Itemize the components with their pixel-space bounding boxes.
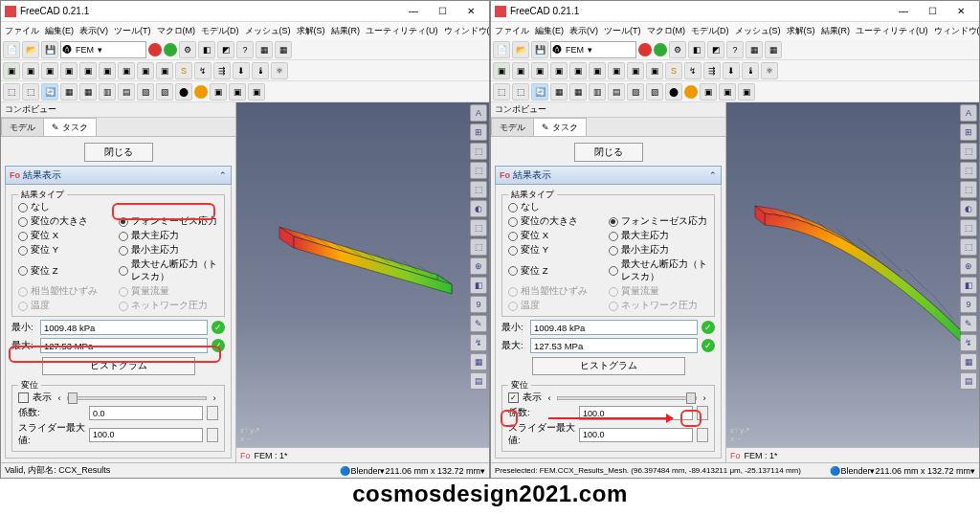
fem-icon[interactable]: ▣ bbox=[41, 62, 58, 79]
nav-icon[interactable]: 9 bbox=[470, 296, 487, 313]
workbench-selector[interactable]: 🅐 FEM ▾ bbox=[60, 41, 146, 58]
show-checkbox[interactable] bbox=[18, 392, 29, 403]
radio-disp-z[interactable] bbox=[18, 266, 28, 276]
close-task-button[interactable]: 閉じる bbox=[574, 143, 643, 162]
record-icon[interactable] bbox=[148, 43, 162, 56]
fem-icon[interactable]: 🌡 bbox=[252, 62, 269, 79]
view-icon[interactable]: ▣ bbox=[210, 83, 227, 101]
new-icon[interactable]: 📄 bbox=[3, 41, 20, 58]
maximize-button[interactable]: ☐ bbox=[918, 3, 947, 20]
fem-icon[interactable]: ▣ bbox=[79, 62, 97, 79]
play-icon[interactable] bbox=[164, 43, 177, 56]
fem-icon[interactable]: ▣ bbox=[137, 62, 154, 79]
tool-icon[interactable]: ? bbox=[236, 41, 254, 58]
view-icon[interactable]: ⬚ bbox=[3, 83, 20, 101]
tool-icon[interactable]: ▦ bbox=[275, 41, 292, 58]
menu-model[interactable]: モデル(D) bbox=[199, 25, 241, 37]
radio-shear[interactable] bbox=[119, 266, 128, 276]
fem-icon[interactable]: ▣ bbox=[118, 62, 135, 79]
histogram-button[interactable]: ヒストグラム bbox=[42, 357, 195, 375]
fem-icon[interactable]: ▣ bbox=[60, 62, 78, 79]
radio-disp-x[interactable] bbox=[18, 232, 28, 241]
menu-util[interactable]: ユーティリティ(U) bbox=[364, 25, 440, 37]
menu-result[interactable]: 結果(R) bbox=[329, 25, 363, 37]
tool-icon[interactable]: ⚙ bbox=[179, 41, 196, 58]
menu-edit[interactable]: 編集(E) bbox=[43, 25, 76, 37]
fem-icon[interactable]: ⇶ bbox=[213, 62, 231, 79]
view-icon[interactable]: 🔄 bbox=[41, 83, 58, 101]
view-icon[interactable]: ▦ bbox=[79, 83, 97, 101]
radio-minp[interactable] bbox=[119, 246, 128, 256]
view-icon[interactable]: ▧ bbox=[137, 83, 154, 101]
show-checkbox-checked[interactable]: ✓ bbox=[508, 392, 519, 403]
nav-icon[interactable]: ◧ bbox=[470, 277, 487, 294]
maximize-button[interactable]: ☐ bbox=[428, 3, 457, 20]
view-icon[interactable]: ⬚ bbox=[22, 83, 39, 101]
fem-icon[interactable]: ▣ bbox=[99, 62, 116, 79]
tab-model[interactable]: モデル bbox=[1, 118, 44, 136]
fem-icon[interactable]: ▣ bbox=[22, 62, 39, 79]
view-icon[interactable]: ▤ bbox=[118, 83, 135, 101]
menu-window[interactable]: ウィンドウ(W) bbox=[442, 25, 490, 37]
close-task-button[interactable]: 閉じる bbox=[84, 143, 153, 162]
viewport[interactable]: A⊞⬚⬚⬚◐⬚⬚⊕◧9✎↯▦▤ z↑ y↗x→ FoFEM : 1* bbox=[726, 102, 979, 462]
radio-disp-abs[interactable] bbox=[18, 217, 28, 227]
menu-file[interactable]: ファイル bbox=[3, 25, 41, 37]
nav-icon[interactable]: ⬚ bbox=[470, 219, 487, 236]
nav-icon[interactable]: ↯ bbox=[470, 334, 487, 351]
disp-slider[interactable] bbox=[557, 396, 697, 400]
menu-solve[interactable]: 求解(S) bbox=[295, 25, 327, 37]
disp-slider[interactable] bbox=[67, 396, 207, 400]
open-icon[interactable]: 📂 bbox=[22, 41, 39, 58]
view-icon[interactable]: ▨ bbox=[156, 83, 173, 101]
close-button[interactable]: ✕ bbox=[457, 3, 485, 20]
menu-view[interactable]: 表示(V) bbox=[78, 25, 110, 37]
tool-icon[interactable]: ▦ bbox=[256, 41, 273, 58]
fem-icon[interactable]: ⬇ bbox=[233, 62, 250, 79]
minimize-button[interactable]: — bbox=[889, 3, 918, 20]
stepper[interactable] bbox=[207, 428, 218, 442]
radio-none[interactable] bbox=[18, 203, 28, 213]
nav-icon[interactable]: ▦ bbox=[470, 353, 487, 370]
close-button[interactable]: ✕ bbox=[947, 3, 975, 20]
nav-icon[interactable]: ⬚ bbox=[470, 238, 487, 256]
view-icon[interactable]: ▣ bbox=[229, 83, 246, 101]
radio-maxp[interactable] bbox=[119, 232, 128, 241]
menu-mesh[interactable]: メッシュ(S) bbox=[243, 25, 293, 37]
max-value-field[interactable]: 127.53 MPa bbox=[40, 338, 208, 353]
radio-disp-y[interactable] bbox=[18, 246, 28, 256]
radio-vonmises[interactable] bbox=[119, 217, 128, 227]
view-icon[interactable]: ▣ bbox=[248, 83, 265, 101]
nav-icon[interactable]: ⬚ bbox=[470, 162, 487, 179]
fem-icon[interactable]: ▣ bbox=[156, 62, 173, 79]
nav-icon[interactable]: ⊞ bbox=[470, 123, 487, 141]
nav-icon[interactable]: ⊕ bbox=[470, 258, 487, 275]
fem-icon[interactable]: S bbox=[175, 62, 192, 79]
factor-field[interactable]: 0.0 bbox=[89, 406, 203, 420]
view-icon[interactable]: ▥ bbox=[99, 83, 116, 101]
doc-tab[interactable]: FEM : 1* bbox=[255, 451, 288, 460]
tool-icon[interactable]: ◧ bbox=[198, 41, 215, 58]
tool-icon[interactable]: ◩ bbox=[217, 41, 234, 58]
nav-icon[interactable]: ⬚ bbox=[470, 181, 487, 198]
fem-icon[interactable]: ↯ bbox=[194, 62, 212, 79]
minimize-button[interactable]: — bbox=[399, 3, 428, 20]
stepper[interactable] bbox=[207, 406, 218, 420]
nav-icon[interactable]: ⬚ bbox=[470, 143, 487, 160]
nav-icon[interactable]: ▤ bbox=[470, 372, 487, 390]
nav-icon[interactable]: A bbox=[470, 104, 487, 122]
menu-macro[interactable]: マクロ(M) bbox=[155, 25, 198, 37]
view-icon[interactable]: ⬤ bbox=[175, 83, 192, 101]
min-value-field[interactable]: 1009.48 kPa bbox=[40, 320, 208, 335]
viewport[interactable]: A ⊞ ⬚ ⬚ ⬚ ◐ ⬚ ⬚ ⊕ ◧ 9 ✎ ↯ ▦ ▤ z↑ y↗x→ bbox=[236, 102, 489, 462]
nav-style[interactable]: Blender bbox=[350, 466, 380, 476]
slider-max-field[interactable]: 100.0 bbox=[89, 428, 203, 442]
orange-dot-icon[interactable] bbox=[194, 85, 208, 99]
view-icon[interactable]: ▦ bbox=[60, 83, 78, 101]
nav-icon[interactable]: ◐ bbox=[470, 200, 487, 217]
result-group-header[interactable]: Fo結果表示⌃ bbox=[5, 166, 232, 185]
fem-icon[interactable]: ⚛ bbox=[271, 62, 288, 79]
nav-icon[interactable]: ✎ bbox=[470, 315, 487, 332]
menu-tool[interactable]: ツール(T) bbox=[112, 25, 153, 37]
fem-icon[interactable]: ▣ bbox=[3, 62, 20, 79]
